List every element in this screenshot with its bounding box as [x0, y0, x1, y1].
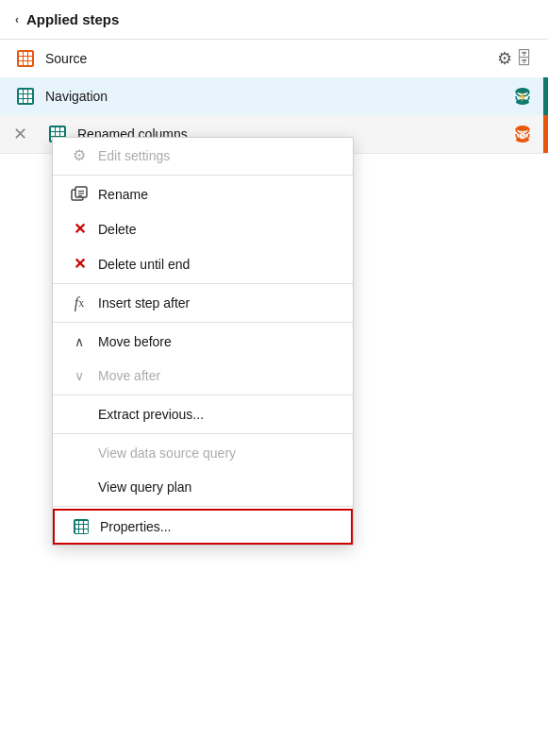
close-icon[interactable]: ✕ [13, 124, 27, 144]
ctx-divider-1 [53, 175, 353, 176]
navigation-teal-bar [543, 77, 548, 115]
ctx-view-query-plan-label: View query plan [98, 479, 191, 495]
ctx-edit-settings-label: Edit settings [98, 148, 170, 163]
navigation-step-label: Navigation [45, 89, 512, 104]
ctx-properties-icon [70, 519, 92, 534]
ctx-delete-until-end-icon: ✕ [68, 255, 91, 273]
ctx-insert-step-after-label: Insert step after [98, 295, 190, 311]
ctx-delete-label: Delete [98, 222, 136, 237]
ctx-rename-label: Rename [98, 187, 148, 202]
svg-point-0 [516, 88, 529, 93]
ctx-delete-icon: ✕ [68, 220, 91, 238]
ctx-divider-4 [53, 395, 353, 395]
ctx-delete-until-end[interactable]: ✕ Delete until end [53, 246, 353, 281]
source-step-label: Source [45, 51, 497, 66]
ctx-delete-until-end-label: Delete until end [98, 257, 190, 272]
ctx-properties[interactable]: Properties... [53, 509, 353, 545]
ctx-view-query-plan[interactable]: View query plan [53, 470, 353, 504]
ctx-chevron-down-icon: ∨ [68, 368, 91, 383]
renamed-columns-step-actions [512, 124, 533, 144]
renamed-columns-orange-bar [543, 115, 548, 153]
svg-point-2 [516, 126, 529, 131]
ctx-view-data-source-query[interactable]: View data source query [53, 436, 353, 470]
ctx-rename[interactable]: Rename [53, 177, 353, 211]
step-source[interactable]: Source ⚙ 🗄 [0, 40, 548, 77]
source-cylinder-icon: 🗄 [516, 49, 533, 69]
ctx-edit-settings[interactable]: ⚙ Edit settings [53, 138, 353, 173]
context-menu: ⚙ Edit settings Rename ✕ Delete [52, 137, 354, 546]
chevron-collapse-icon[interactable]: ‹ [15, 13, 19, 26]
ctx-chevron-up-icon: ∧ [68, 334, 91, 349]
applied-steps-panel: ‹ Applied steps Source ⚙ 🗄 [0, 0, 548, 756]
ctx-divider-2 [53, 283, 353, 284]
ctx-extract-previous[interactable]: Extract previous... [53, 397, 353, 431]
ctx-extract-previous-label: Extract previous... [98, 407, 204, 422]
ctx-divider-3 [53, 322, 353, 323]
navigation-step-icon [15, 86, 36, 107]
renamed-columns-cylinder-icon [512, 124, 533, 144]
ctx-rename-icon [68, 186, 91, 203]
ctx-move-after[interactable]: ∨ Move after [53, 359, 353, 393]
panel-title: Applied steps [26, 11, 119, 27]
source-step-actions: ⚙ 🗄 [497, 48, 533, 69]
source-gear-icon[interactable]: ⚙ [497, 48, 512, 69]
ctx-divider-6 [53, 506, 353, 507]
ctx-delete[interactable]: ✕ Delete [53, 211, 353, 246]
ctx-properties-label: Properties... [100, 519, 171, 534]
navigation-cylinder-icon [512, 86, 533, 107]
ctx-move-before-label: Move before [98, 334, 172, 349]
step-navigation[interactable]: Navigation [0, 77, 548, 115]
applied-steps-header: ‹ Applied steps [0, 0, 548, 40]
ctx-move-after-label: Move after [98, 368, 160, 383]
source-step-icon [15, 48, 36, 69]
ctx-gear-icon: ⚙ [68, 146, 91, 164]
ctx-fx-icon: fx [68, 294, 91, 311]
ctx-move-before[interactable]: ∧ Move before [53, 325, 353, 359]
ctx-divider-5 [53, 433, 353, 434]
ctx-insert-step-after[interactable]: fx Insert step after [53, 286, 353, 320]
ctx-view-data-source-query-label: View data source query [98, 445, 236, 461]
navigation-step-actions [512, 86, 533, 107]
